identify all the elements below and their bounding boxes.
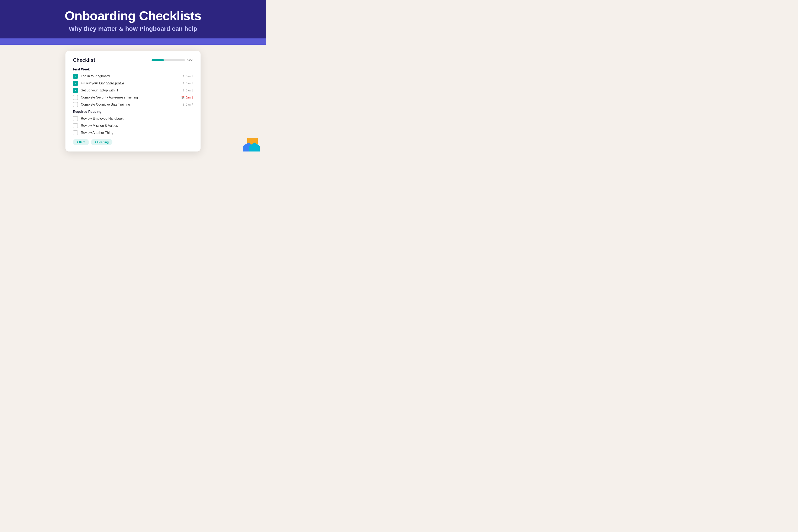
progress-bar-track: [152, 59, 185, 61]
progress-container: 37%: [152, 58, 193, 62]
item-label-7: Review Mission & Values: [81, 124, 118, 128]
checkbox-item-2[interactable]: [73, 81, 78, 86]
item-left: Fill out your Pingboard profile: [73, 81, 124, 86]
item-left: Complete Security Awareness Training: [73, 95, 138, 100]
section-heading-first-week: First Week: [73, 68, 193, 71]
calendar-icon-1: 🗓: [182, 75, 185, 78]
calendar-icon-4: 📅: [181, 96, 185, 99]
list-item: Review Another Thing: [73, 130, 193, 135]
item-label-2: Fill out your Pingboard profile: [81, 81, 124, 85]
list-item: Review Mission & Values: [73, 123, 193, 128]
pingboard-profile-link[interactable]: Pingboard profile: [99, 81, 124, 85]
body-section: Checklist 37% First Week Log in to Pingb…: [0, 45, 266, 156]
checkbox-item-6[interactable]: [73, 116, 78, 121]
security-training-link[interactable]: Security Awareness Training: [96, 96, 138, 99]
main-title: Onboarding Checklists: [4, 8, 262, 23]
checklist-title: Checklist: [73, 57, 95, 63]
checkbox-item-4[interactable]: [73, 95, 78, 100]
another-thing-link[interactable]: Another Thing: [93, 131, 113, 134]
item-label-1: Log in to Pingboard: [81, 74, 110, 78]
checkbox-item-7[interactable]: [73, 123, 78, 128]
logo-svg: [243, 138, 260, 152]
item-label-5: Complete Cognitive Bias Training: [81, 103, 130, 107]
list-item: Review Employee Handbook: [73, 116, 193, 121]
list-item: Fill out your Pingboard profile 🗓 Jan 1: [73, 81, 193, 86]
list-item: Log in to Pingboard 🗓 Jan 1: [73, 74, 193, 79]
list-item: Complete Cognitive Bias Training 🗓 Jan 7: [73, 102, 193, 107]
progress-bar-fill: [152, 59, 164, 61]
item-date-2: 🗓 Jan 1: [182, 82, 193, 85]
list-item: Set up your laptop with IT 🗓 Jan 1: [73, 88, 193, 93]
item-left: Review Another Thing: [73, 130, 113, 135]
item-left: Review Employee Handbook: [73, 116, 124, 121]
item-label-6: Review Employee Handbook: [81, 117, 124, 120]
checkbox-item-5[interactable]: [73, 102, 78, 107]
sub-title: Why they matter & how Pingboard can help: [4, 25, 262, 32]
employee-handbook-link[interactable]: Employee Handbook: [93, 117, 124, 120]
mission-values-link[interactable]: Mission & Values: [93, 124, 118, 127]
checkbox-item-8[interactable]: [73, 130, 78, 135]
calendar-icon-5: 🗓: [182, 103, 185, 106]
item-left: Set up your laptop with IT: [73, 88, 118, 93]
item-left: Complete Cognitive Bias Training: [73, 102, 130, 107]
header-section: Onboarding Checklists Why they matter & …: [0, 0, 266, 45]
item-left: Review Mission & Values: [73, 123, 118, 128]
item-date-4: 📅 Jan 1: [181, 96, 193, 99]
item-date-1: 🗓 Jan 1: [182, 75, 193, 78]
item-date-5: 🗓 Jan 7: [182, 103, 193, 106]
button-row: + Item + Heading: [73, 139, 193, 145]
add-heading-button[interactable]: + Heading: [91, 139, 112, 145]
cognitive-bias-link[interactable]: Cognitive Bias Training: [96, 103, 130, 106]
progress-text: 37%: [187, 58, 193, 62]
section-heading-required-reading: Required Reading: [73, 110, 193, 114]
list-item: Complete Security Awareness Training 📅 J…: [73, 95, 193, 100]
item-date-3: 🗓 Jan 1: [182, 89, 193, 92]
calendar-icon-2: 🗓: [182, 82, 185, 85]
item-label-4: Complete Security Awareness Training: [81, 96, 138, 99]
checkbox-item-3[interactable]: [73, 88, 78, 93]
item-label-8: Review Another Thing: [81, 131, 113, 135]
add-item-button[interactable]: + Item: [73, 139, 89, 145]
checklist-card: Checklist 37% First Week Log in to Pingb…: [65, 51, 201, 152]
pingboard-logo: [243, 138, 260, 152]
checklist-header: Checklist 37%: [73, 57, 193, 63]
item-left: Log in to Pingboard: [73, 74, 110, 79]
calendar-icon-3: 🗓: [182, 89, 185, 92]
item-label-3: Set up your laptop with IT: [81, 89, 118, 92]
checkbox-item-1[interactable]: [73, 74, 78, 79]
